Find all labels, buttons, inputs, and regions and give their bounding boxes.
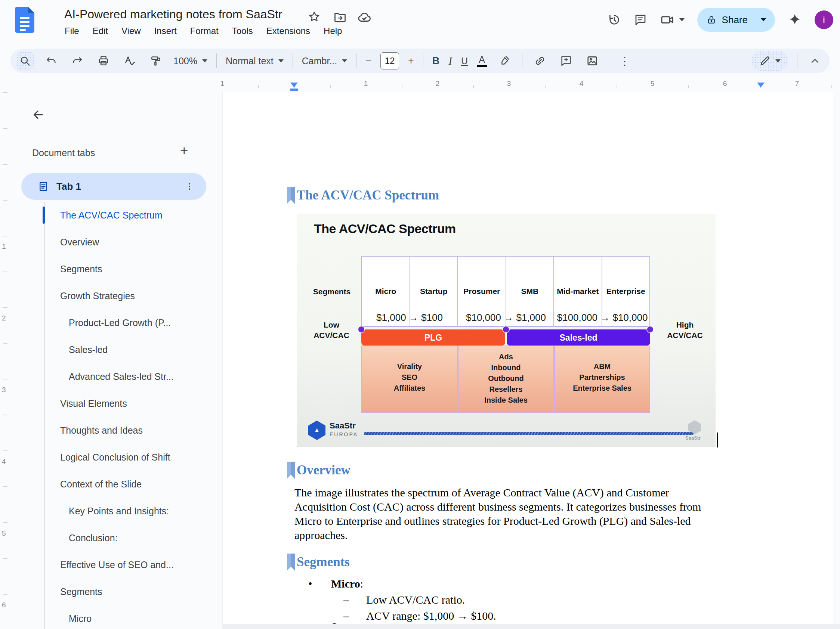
- underline-icon[interactable]: U: [461, 56, 468, 66]
- menu-item[interactable]: Insert: [150, 24, 181, 38]
- account-avatar[interactable]: i: [815, 11, 833, 29]
- print-icon[interactable]: [95, 51, 112, 71]
- outline-item[interactable]: Advanced Sales-led Str...: [0, 363, 222, 390]
- paint-format-icon[interactable]: [147, 51, 164, 71]
- more-options-icon[interactable]: ⋮: [619, 55, 630, 68]
- outline-item[interactable]: Effective Use of SEO and...: [0, 551, 222, 578]
- heading-acv-cac-spectrum[interactable]: The ACV/CAC Spectrum: [287, 187, 439, 204]
- saastr-logo-subtext: EUROPA: [330, 431, 358, 437]
- heading-segments[interactable]: Segments: [287, 553, 350, 571]
- tab-1[interactable]: Tab 1: [21, 173, 206, 200]
- menu-item[interactable]: File: [60, 24, 83, 38]
- close-panel-back-icon[interactable]: [32, 108, 45, 121]
- diagram-segments-label: Segments: [306, 287, 358, 296]
- insert-link-icon[interactable]: [531, 51, 548, 71]
- share-divider: [754, 12, 754, 28]
- document-tabs-title: Document tabs: [32, 148, 95, 158]
- formatting-toolbar: 100% Normal text Cambr... − 12 + B I U A: [11, 49, 829, 73]
- document-title[interactable]: AI-Powered marketing notes from SaaStr: [64, 8, 282, 21]
- diagram-title: The ACV/CAC Spectrum: [314, 221, 456, 236]
- toolbar-divider: [610, 54, 610, 68]
- editing-mode-button[interactable]: [752, 51, 788, 71]
- ruler-number: 6: [721, 79, 729, 88]
- outline-item[interactable]: Visual Elements: [0, 390, 222, 417]
- bullet-glyph: •: [308, 577, 313, 590]
- toolbar-divider: [797, 54, 797, 68]
- right-indent-marker[interactable]: [757, 82, 764, 87]
- header-actions: Share i: [608, 7, 833, 33]
- menu-bar: FileEditViewInsertFormatToolsExtensionsH…: [60, 24, 346, 38]
- font-size-decrease[interactable]: −: [365, 55, 371, 67]
- toolbar-divider: [356, 54, 357, 68]
- text-color-icon[interactable]: A: [477, 55, 487, 67]
- ruler-number: 4: [578, 79, 586, 88]
- star-icon[interactable]: [308, 11, 321, 23]
- share-button[interactable]: Share: [697, 8, 775, 32]
- menu-item[interactable]: Edit: [88, 24, 112, 38]
- tab-options-icon[interactable]: [185, 181, 194, 191]
- heading-overview[interactable]: Overview: [287, 462, 351, 479]
- outline-item[interactable]: Conclusion:: [0, 524, 222, 551]
- zoom-select[interactable]: 100%: [174, 56, 207, 66]
- highlight-color-icon[interactable]: [496, 51, 513, 71]
- outline-item[interactable]: Overview: [0, 229, 222, 255]
- font-size-field[interactable]: 12: [381, 52, 399, 69]
- google-docs-logo[interactable]: [15, 7, 35, 33]
- menu-item[interactable]: Tools: [228, 24, 257, 38]
- bold-icon[interactable]: B: [432, 55, 440, 67]
- outline-item[interactable]: Segments: [0, 255, 222, 282]
- embedded-diagram-image[interactable]: The ACV/CAC Spectrum Segments MicroStart…: [297, 214, 715, 447]
- add-comment-icon[interactable]: [557, 51, 575, 71]
- outline-item[interactable]: Growth Strategies: [0, 282, 222, 309]
- move-folder-icon[interactable]: [333, 11, 347, 24]
- menu-item[interactable]: Format: [186, 24, 223, 38]
- ruler-number: 2: [434, 79, 442, 88]
- hide-menus-icon[interactable]: [806, 51, 824, 71]
- heading-text: Overview: [297, 462, 351, 479]
- outline-item[interactable]: Thoughts and Ideas: [0, 417, 222, 444]
- meet-call-button[interactable]: [660, 12, 685, 27]
- outline-item[interactable]: Segments: [0, 578, 222, 605]
- redo-icon[interactable]: [69, 51, 86, 71]
- menu-item[interactable]: Help: [319, 24, 346, 38]
- outline-item[interactable]: Key Points and Insights:: [0, 498, 222, 524]
- rocket-icon: ▲: [314, 427, 320, 434]
- bullet-colon: :: [360, 577, 363, 590]
- insert-image-icon[interactable]: [584, 51, 601, 71]
- outline-item[interactable]: Micro: [0, 605, 222, 629]
- bookmark-icon: [287, 553, 295, 571]
- ruler-number: 1: [219, 79, 226, 88]
- menu-item[interactable]: Extensions: [262, 24, 314, 38]
- zoom-value: 100%: [174, 56, 197, 66]
- menu-item[interactable]: View: [117, 24, 145, 38]
- add-tab-button[interactable]: +: [180, 143, 188, 159]
- outline-item[interactable]: Product-Led Growth (P...: [0, 309, 222, 336]
- strategy-box: Ads Inbound Outbound Resellers Inside Sa…: [458, 345, 554, 413]
- toolbar-divider: [292, 54, 293, 68]
- outline-item[interactable]: Sales-led: [0, 336, 222, 363]
- comments-icon[interactable]: [634, 13, 647, 27]
- toolbar-divider: [216, 54, 217, 68]
- left-indent-marker[interactable]: [291, 82, 298, 87]
- spellcheck-icon[interactable]: [121, 51, 138, 71]
- first-line-indent-marker[interactable]: [291, 88, 298, 91]
- font-family-select[interactable]: Cambr...: [302, 56, 347, 66]
- italic-icon[interactable]: I: [448, 55, 452, 67]
- tab-label: Tab 1: [57, 181, 81, 192]
- acv-range-value: $100,000 → $10,000: [557, 312, 648, 323]
- document-page[interactable]: The ACV/CAC Spectrum The ACV/CAC Spectru…: [222, 92, 833, 629]
- outline-item[interactable]: Context of the Slide: [0, 471, 222, 498]
- font-size-increase[interactable]: +: [408, 55, 414, 67]
- paragraph-style-select[interactable]: Normal text: [226, 56, 284, 66]
- undo-icon[interactable]: [43, 51, 60, 71]
- outline-item[interactable]: The ACV/CAC Spectrum: [0, 202, 222, 229]
- toolbar-divider: [522, 54, 523, 68]
- version-history-icon[interactable]: [608, 13, 621, 27]
- heading-text: Segments: [297, 553, 350, 571]
- overview-paragraph[interactable]: The image illustrates the spectrum of Av…: [294, 486, 701, 542]
- cloud-saved-icon[interactable]: [357, 11, 371, 25]
- search-menus-icon[interactable]: [16, 51, 34, 71]
- share-dropdown-caret[interactable]: [761, 18, 766, 21]
- gemini-sparkle-icon[interactable]: [788, 13, 802, 27]
- outline-item[interactable]: Logical Conclusion of Shift: [0, 444, 222, 471]
